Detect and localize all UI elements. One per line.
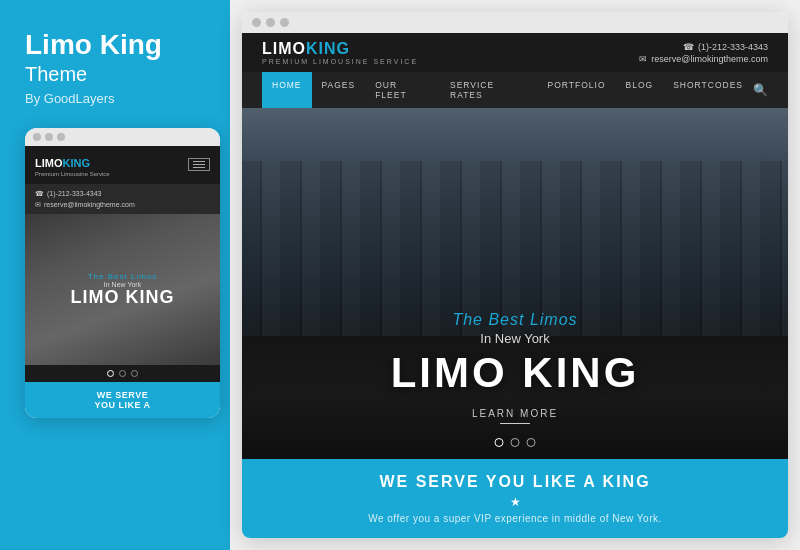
- hero-dot-3[interactable]: [527, 438, 536, 447]
- left-panel: Limo King Theme By GoodLayers LIMOKING P…: [0, 0, 230, 550]
- hero-dot-1[interactable]: [495, 438, 504, 447]
- mobile-logo-limo: LIMO: [35, 157, 63, 169]
- hero-content: The Best Limos In New York LIMO KING Lea…: [242, 311, 788, 459]
- site-nav: HOME PAGES OUR FLEET SERVICE RATES PORTF…: [242, 72, 788, 108]
- mobile-logo-king: KING: [63, 157, 91, 169]
- serve-star: ★: [262, 495, 768, 509]
- site-header: LIMOKING Premium Limousine Service ☎ (1)…: [242, 33, 788, 72]
- mobile-hero: The Best Limos In New York LIMO KING: [25, 214, 220, 365]
- nav-item-pages[interactable]: PAGES: [312, 72, 366, 108]
- serve-title: WE SERVE YOU LIKE A KING: [262, 473, 768, 491]
- hero-dot-2[interactable]: [511, 438, 520, 447]
- hero-cta-button[interactable]: Learn More: [242, 408, 788, 424]
- mobile-serve-title: WE SERVE: [35, 390, 210, 400]
- theme-author: By GoodLayers: [25, 91, 210, 106]
- desktop-dot-2: [266, 18, 275, 27]
- header-contact: ☎ (1)-212-333-4343 ✉ reserve@limokingthe…: [639, 42, 768, 64]
- right-panel: LIMOKING Premium Limousine Service ☎ (1)…: [230, 0, 800, 550]
- header-phone: (1)-212-333-4343: [698, 42, 768, 52]
- mobile-email: reserve@limokingtheme.com: [44, 199, 135, 210]
- hero-slider-dots: [495, 438, 536, 447]
- mobile-hero-content: The Best Limos In New York LIMO KING: [61, 272, 185, 308]
- mobile-header: LIMOKING Premium Limousine Service: [25, 146, 220, 184]
- hamburger-line-3: [193, 167, 205, 168]
- hamburger-line-1: [193, 161, 205, 162]
- mobile-phone: (1)-212-333-4343: [47, 188, 101, 199]
- logo-king: KING: [306, 40, 350, 57]
- hero-location: In New York: [242, 331, 788, 346]
- nav-item-shortcodes[interactable]: SHORTCODES: [663, 72, 753, 108]
- mobile-email-line: ✉ reserve@limokingtheme.com: [35, 199, 210, 210]
- header-email: reserve@limokingtheme.com: [651, 54, 768, 64]
- mobile-dot-2: [45, 133, 53, 141]
- phone-icon: ☎: [35, 188, 44, 199]
- nav-item-portfolio[interactable]: PORTFOLIO: [538, 72, 616, 108]
- mobile-hero-title: LIMO KING: [71, 288, 175, 308]
- header-phone-line: ☎ (1)-212-333-4343: [683, 42, 768, 52]
- nav-item-fleet[interactable]: OUR FLEET: [365, 72, 440, 108]
- mobile-serve-sub: YOU LIKE A: [35, 400, 210, 410]
- mobile-hero-tagline: The Best Limos: [71, 272, 175, 281]
- hero-tagline: The Best Limos: [242, 311, 788, 329]
- search-icon[interactable]: 🔍: [753, 83, 768, 97]
- nav-item-home[interactable]: HOME: [262, 72, 312, 108]
- mobile-dot-3: [57, 133, 65, 141]
- desktop-preview: LIMOKING Premium Limousine Service ☎ (1)…: [242, 12, 788, 538]
- header-phone-icon: ☎: [683, 42, 694, 52]
- nav-items: HOME PAGES OUR FLEET SERVICE RATES PORTF…: [262, 72, 753, 108]
- desktop-dot-3: [280, 18, 289, 27]
- theme-subtitle: Theme: [25, 63, 210, 86]
- mobile-preview: LIMOKING Premium Limousine Service ☎ (1)…: [25, 128, 220, 418]
- nav-item-blog[interactable]: BLOG: [616, 72, 664, 108]
- desktop-dot-1: [252, 18, 261, 27]
- theme-title: Limo King Theme By GoodLayers: [25, 30, 210, 106]
- serve-description: We offer you a super VIP experience in m…: [262, 513, 768, 524]
- header-email-line: ✉ reserve@limokingtheme.com: [639, 54, 768, 64]
- mobile-slide-dot-1[interactable]: [107, 370, 114, 377]
- hero-title: LIMO KING: [242, 350, 788, 396]
- mobile-phone-line: ☎ (1)-212-333-4343: [35, 188, 210, 199]
- mobile-serve-section: WE SERVE YOU LIKE A: [25, 382, 220, 418]
- site-logo: LIMOKING Premium Limousine Service: [262, 40, 418, 65]
- mobile-slider-dots: [25, 365, 220, 382]
- mobile-dot-1: [33, 133, 41, 141]
- hamburger-line-2: [193, 164, 205, 165]
- mobile-contact: ☎ (1)-212-333-4343 ✉ reserve@limokingthe…: [25, 184, 220, 214]
- mobile-slide-dot-3[interactable]: [131, 370, 138, 377]
- desktop-titlebar: [242, 12, 788, 33]
- logo-full: LIMOKING: [262, 40, 418, 58]
- logo-limo: LIMO: [262, 40, 306, 57]
- theme-name: Limo King: [25, 30, 210, 61]
- desktop-hero: The Best Limos In New York LIMO KING Lea…: [242, 108, 788, 459]
- nav-item-rates[interactable]: SERVICE RATES: [440, 72, 538, 108]
- serve-section: WE SERVE YOU LIKE A KING ★ We offer you …: [242, 459, 788, 538]
- mobile-logo-sub: Premium Limousine Service: [35, 171, 110, 177]
- email-icon: ✉: [35, 199, 41, 210]
- mobile-logo: LIMOKING Premium Limousine Service: [35, 153, 110, 177]
- header-email-icon: ✉: [639, 54, 647, 64]
- mobile-titlebar: [25, 128, 220, 146]
- mobile-slide-dot-2[interactable]: [119, 370, 126, 377]
- logo-sub: Premium Limousine Service: [262, 58, 418, 65]
- mobile-hamburger-button[interactable]: [188, 158, 210, 171]
